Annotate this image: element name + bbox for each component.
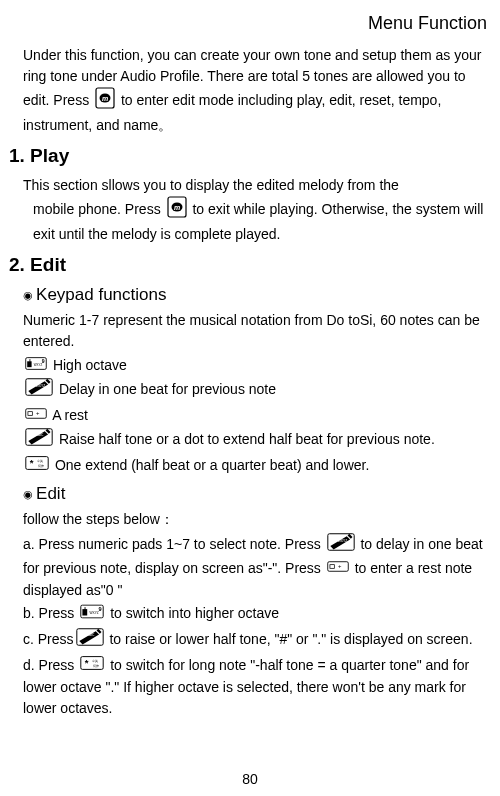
- star-key-icon: [25, 455, 49, 477]
- step-c1: c. Press: [23, 630, 74, 646]
- section-2-title: 2. Edit: [9, 253, 491, 278]
- kf4: Raise half tone or a dot to extend half …: [59, 431, 435, 447]
- step-a1: a. Press numeric pads 1~7 to select note…: [23, 536, 325, 552]
- m-key-icon: [95, 87, 115, 115]
- plus-key-icon: [25, 405, 47, 427]
- kf1: High octave: [53, 357, 127, 373]
- pen-key-icon: [76, 627, 104, 653]
- edit-intro: follow the steps below：: [23, 509, 489, 530]
- key-8-icon: [25, 355, 47, 377]
- play-line1: This section sllows you to display the e…: [23, 177, 399, 193]
- play-line2a: mobile phone. Press: [33, 201, 165, 217]
- step-b2: to switch into higher octave: [110, 605, 279, 621]
- step-c2: to raise or lower half tone, "#" or "." …: [109, 630, 472, 646]
- kf2: Delay in one beat for previous note: [59, 381, 276, 397]
- section-1-title: 1. Play: [9, 144, 491, 169]
- step-d1: d. Press: [23, 657, 78, 673]
- keypad-functions-body: Numeric 1-7 represent the musical notati…: [23, 310, 489, 477]
- edit-steps-body: follow the steps below： a. Press numeric…: [23, 509, 489, 719]
- edit-sub-heading: Edit: [23, 483, 491, 505]
- kf3: A rest: [52, 407, 88, 423]
- kf-intro: Numeric 1-7 represent the musical notati…: [23, 310, 489, 352]
- pen-key-icon: [25, 377, 53, 403]
- section-1-body: This section sllows you to display the e…: [23, 175, 489, 245]
- kf5: One extend (half beat or a quarter beat)…: [55, 457, 369, 473]
- page-number: 80: [0, 770, 500, 788]
- intro-paragraph: Under this function, you can create your…: [23, 45, 489, 136]
- star-key-icon: [80, 655, 104, 677]
- plus-key-icon: [327, 559, 349, 580]
- page-header: Menu Function: [9, 12, 491, 35]
- m-key-icon: [167, 196, 187, 224]
- keypad-functions-heading: Keypad functions: [23, 284, 491, 306]
- pen-key-icon: [25, 427, 53, 453]
- key-8-icon: [80, 604, 104, 625]
- pen-key-icon: [327, 532, 355, 558]
- step-b1: b. Press: [23, 605, 78, 621]
